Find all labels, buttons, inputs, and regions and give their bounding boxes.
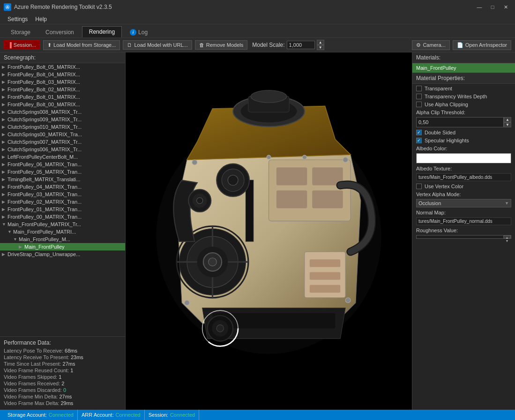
use-alpha-clipping-row: Use Alpha Clipping (416, 102, 511, 107)
albedo-color-swatch[interactable] (416, 153, 511, 163)
tree-item[interactable]: ▶FrontPulley_06_MATRIX_Tran... (0, 161, 125, 168)
tree-item[interactable]: ▶FrontPulley_Bolt_02_MATRIX... (0, 86, 125, 93)
tree-arrow-icon: ▶ (19, 244, 24, 249)
performance-item: Time Since Last Present: 27ms (4, 361, 121, 367)
material-properties-content[interactable]: Transparent Transparency Writes Depth Us… (412, 84, 515, 410)
tree-item-label: Main_FrontPulley_M... (19, 236, 70, 242)
arr-inspector-button[interactable]: 📄 Open ArrInspector (453, 40, 511, 50)
svg-point-39 (192, 160, 197, 165)
close-button[interactable]: ✕ (500, 2, 511, 12)
svg-point-44 (303, 155, 307, 159)
tree-arrow-icon: ▶ (2, 102, 7, 107)
tree-item[interactable]: ▼Main_FrontPulley_MATRIX_Tr... (0, 221, 125, 228)
tree-item[interactable]: ▶ClutchSprings00_MATRIX_Tra... (0, 131, 125, 138)
specular-highlights-checkbox[interactable] (416, 138, 422, 143)
menu-settings[interactable]: Settings (4, 15, 31, 23)
performance-value: 2 (61, 381, 64, 386)
svg-text:A: A (6, 5, 9, 9)
tab-storage[interactable]: Storage (4, 27, 37, 37)
performance-panel: Performance Data: Latency Pose To Receiv… (0, 336, 125, 410)
tree-item[interactable]: ▶FrontPulley_Bolt_01_MATRIX... (0, 93, 125, 101)
tab-rendering[interactable]: Rendering (82, 26, 122, 37)
titlebar-left: A Azure Remote Rendering Toolkit v2.3.5 (4, 3, 112, 11)
tree-item[interactable]: ▶Main_FrontPulley (0, 243, 125, 251)
alpha-clip-up[interactable]: ▲ (504, 117, 511, 122)
tree-item[interactable]: ▶FrontPulley_Bolt_03_MATRIX... (0, 78, 125, 86)
session-button[interactable]: ▐ Session... (4, 40, 40, 50)
transparent-checkbox[interactable] (416, 86, 422, 91)
tree-item[interactable]: ▶FrontPulley_03_MATRIX_Tran... (0, 191, 125, 198)
tree-item[interactable]: ▼Main_FrontPulley_M... (0, 236, 125, 243)
tree-item[interactable]: ▶FrontPulley_04_MATRIX_Tran... (0, 183, 125, 191)
alpha-clip-threshold-input[interactable] (416, 117, 504, 127)
model-scale-up[interactable]: ▲ (317, 40, 324, 45)
use-alpha-clipping-checkbox[interactable] (416, 102, 422, 107)
dropdown-arrow-icon: ▼ (505, 201, 509, 206)
double-sided-label: Double Sided (425, 130, 455, 135)
session-status: Session: Connected (145, 410, 199, 420)
tree-item-label: FrontPulley_03_MATRIX_Tran... (7, 192, 82, 197)
tree-item-label: Main_FrontPulley_MATRI... (13, 229, 76, 235)
tree-item-label: FrontPulley_04_MATRIX_Tran... (7, 184, 82, 190)
model-scale-down[interactable]: ▼ (317, 45, 324, 50)
model-scale-input[interactable] (287, 41, 315, 49)
tab-log[interactable]: i Log (123, 27, 155, 37)
remove-models-button[interactable]: 🗑 Remove Models (195, 40, 247, 50)
tree-item[interactable]: ▶LeftFrontPulleyCenterBolt_M... (0, 153, 125, 161)
transparency-writes-depth-checkbox[interactable] (416, 94, 422, 99)
minimize-button[interactable]: — (474, 2, 485, 12)
left-panel: Scenegraph: ▶FrontPulley_Bolt_05_MATRIX.… (0, 52, 126, 410)
session-label: Session: (149, 412, 168, 418)
tab-conversion[interactable]: Conversion (38, 27, 81, 37)
specular-highlights-label: Specular Highlights (425, 138, 469, 143)
menu-help[interactable]: Help (31, 15, 51, 23)
maximize-button[interactable]: □ (487, 2, 498, 12)
tree-item[interactable]: ▶FrontPulley_Bolt_04_MATRIX... (0, 71, 125, 78)
tree-item-label: FrontPulley_01_MATRIX_Tran... (7, 206, 82, 212)
tree-item[interactable]: ▶FrontPulley_01_MATRIX_Tran... (0, 206, 125, 213)
svg-rect-37 (310, 272, 340, 280)
tree-item[interactable]: ▼Main_FrontPulley_MATRI... (0, 228, 125, 236)
camera-button[interactable]: ⚙ Camera... (412, 40, 449, 50)
tree-item[interactable]: ▶DriveStrap_Clamp_Unwrappe... (0, 251, 125, 258)
tree-item[interactable]: ▶FrontPulley_05_MATRIX_Tran... (0, 168, 125, 176)
alpha-clip-down[interactable]: ▼ (504, 122, 511, 127)
tree-item[interactable]: ▶ClutchSprings008_MATRIX_Tr... (0, 108, 125, 116)
svg-rect-36 (310, 259, 340, 267)
model-scale-spinners: ▲ ▼ (317, 40, 324, 50)
tree-item[interactable]: ▶FrontPulley_02_MATRIX_Tran... (0, 198, 125, 206)
3d-viewport[interactable] (126, 52, 412, 410)
storage-account-label: Storage Account: (7, 412, 47, 418)
use-vertex-color-row: Use Vertex Color (416, 184, 511, 189)
app-icon: A (4, 3, 11, 11)
tree-item[interactable]: ▶ClutchSprings010_MATRIX_Tr... (0, 123, 125, 131)
tree-arrow-icon: ▶ (2, 199, 7, 204)
tree-item[interactable]: ▶FrontPulley_Bolt_00_MATRIX... (0, 101, 125, 108)
arr-account-status: ARR Account: Connected (78, 410, 145, 420)
svg-rect-25 (276, 167, 307, 185)
tree-arrow-icon: ▼ (2, 222, 7, 227)
tree-item[interactable]: ▶ClutchSprings009_MATRIX_Tr... (0, 116, 125, 123)
transparency-writes-depth-label: Transparency Writes Depth (425, 94, 487, 99)
vertex-alpha-mode-row: Occlusion ▼ (416, 199, 511, 207)
load-url-button[interactable]: 🗋 Load Model with URL... (123, 40, 192, 50)
material-item-main-frontpulley[interactable]: Main_FrontPulley (412, 63, 515, 73)
tree-arrow-icon: ▼ (7, 229, 13, 234)
performance-item: Video Frames Discarded: 0 (4, 387, 121, 393)
use-vertex-color-checkbox[interactable] (416, 184, 422, 189)
tree-item[interactable]: ▶FrontPulley_00_MATRIX_Tran... (0, 213, 125, 221)
tree-item[interactable]: ▶ClutchSprings007_MATRIX_Tr... (0, 138, 125, 146)
tree-item-label: ClutchSprings009_MATRIX_Tr... (7, 117, 82, 122)
tree-item[interactable]: ▶FrontPulley_Bolt_05_MATRIX... (0, 63, 125, 71)
load-storage-button[interactable]: ⬆ Load Model from Storage... (43, 40, 120, 50)
tree-item[interactable]: ▶ClutchSprings006_MATRIX_Tr... (0, 146, 125, 153)
tree-item[interactable]: ▶TimingBelt_MATRIX_Translati... (0, 176, 125, 183)
roughness-slider-track[interactable]: ▲ ▼ (416, 235, 511, 239)
tree-arrow-icon: ▶ (2, 214, 7, 219)
double-sided-checkbox[interactable] (416, 130, 422, 135)
svg-rect-28 (312, 190, 343, 208)
tree-item-label: Main_FrontPulley (24, 244, 65, 250)
tree-item-label: FrontPulley_Bolt_01_MATRIX... (7, 94, 80, 100)
vertex-alpha-mode-dropdown[interactable]: Occlusion ▼ (416, 199, 511, 207)
scenegraph-list[interactable]: ▶FrontPulley_Bolt_05_MATRIX...▶FrontPull… (0, 63, 125, 336)
